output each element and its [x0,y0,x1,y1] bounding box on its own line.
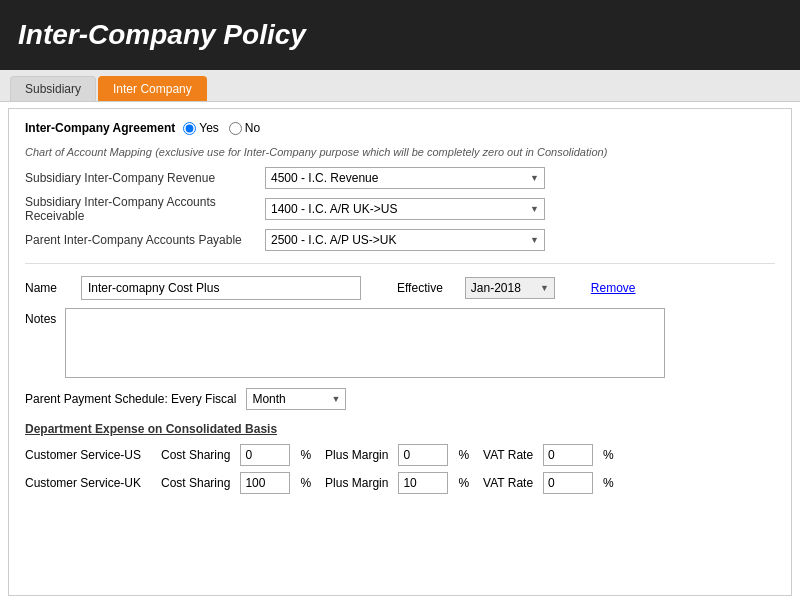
agreement-no-option[interactable]: No [229,121,260,135]
ar-select[interactable]: 1400 - I.C. A/R UK->US [265,198,545,220]
name-effective-row: Name Effective Jan-2018 Remove [25,276,775,300]
dept-us-margin-label: Plus Margin [325,448,388,462]
agreement-label: Inter-Company Agreement [25,121,175,135]
agreement-row: Inter-Company Agreement Yes No [25,121,775,135]
dept-us-margin-input[interactable] [398,444,448,466]
dept-us-vat-pct: % [603,448,614,462]
payment-schedule-select[interactable]: Month Quarter Year [246,388,346,410]
dept-uk-margin-label: Plus Margin [325,476,388,490]
dept-uk-margin-pct: % [458,476,469,490]
dept-us-cost-label: Cost Sharing [161,448,230,462]
dept-us-name: Customer Service-US [25,448,155,462]
main-content: Inter-Company Agreement Yes No Chart of … [8,108,792,596]
dept-row-uk: Customer Service-UK Cost Sharing % Plus … [25,472,775,494]
name-label: Name [25,281,65,295]
dept-us-cost-input[interactable] [240,444,290,466]
ar-field-row: Subsidiary Inter-Company Accounts Receiv… [25,195,775,223]
dept-uk-vat-input[interactable] [543,472,593,494]
dept-us-vat-input[interactable] [543,444,593,466]
ar-label: Subsidiary Inter-Company Accounts Receiv… [25,195,265,223]
notes-row: Notes [25,308,775,378]
dept-uk-vat-label: VAT Rate [483,476,533,490]
agreement-radio-group: Yes No [183,121,260,135]
payment-schedule-label: Parent Payment Schedule: Every Fiscal [25,392,236,406]
divider-1 [25,263,775,264]
name-input[interactable] [81,276,361,300]
notes-label: Notes [25,308,65,326]
revenue-field-row: Subsidiary Inter-Company Revenue 4500 - … [25,167,775,189]
chart-mapping-header: Chart of Account Mapping (exclusive use … [25,145,775,159]
dept-expense-header: Department Expense on Consolidated Basis [25,422,775,436]
agreement-yes-radio[interactable] [183,122,196,135]
chart-mapping-section: Chart of Account Mapping (exclusive use … [25,145,775,251]
revenue-select[interactable]: 4500 - I.C. Revenue [265,167,545,189]
dept-uk-cost-input[interactable] [240,472,290,494]
dept-uk-cost-label: Cost Sharing [161,476,230,490]
dept-uk-name: Customer Service-UK [25,476,155,490]
payment-select-wrapper: Month Quarter Year [246,388,346,410]
effective-select-wrapper: Jan-2018 [465,277,555,299]
dept-uk-vat-pct: % [603,476,614,490]
payment-schedule-row: Parent Payment Schedule: Every Fiscal Mo… [25,388,775,410]
dept-uk-cost-pct: % [300,476,311,490]
dept-us-vat-label: VAT Rate [483,448,533,462]
tabs-bar: Subsidiary Inter Company [0,70,800,102]
notes-textarea[interactable] [65,308,665,378]
agreement-no-label: No [245,121,260,135]
page-title: Inter-Company Policy [0,0,800,70]
tab-subsidiary[interactable]: Subsidiary [10,76,96,101]
dept-expense-section: Department Expense on Consolidated Basis… [25,422,775,494]
ap-select-wrapper: 2500 - I.C. A/P US->UK [265,229,545,251]
ar-select-wrapper: 1400 - I.C. A/R UK->US [265,198,545,220]
dept-uk-margin-input[interactable] [398,472,448,494]
revenue-select-wrapper: 4500 - I.C. Revenue [265,167,545,189]
dept-us-margin-pct: % [458,448,469,462]
revenue-label: Subsidiary Inter-Company Revenue [25,171,265,185]
ap-select[interactable]: 2500 - I.C. A/P US->UK [265,229,545,251]
effective-label: Effective [397,281,443,295]
agreement-yes-option[interactable]: Yes [183,121,219,135]
ap-label: Parent Inter-Company Accounts Payable [25,233,265,247]
ap-field-row: Parent Inter-Company Accounts Payable 25… [25,229,775,251]
tab-inter-company[interactable]: Inter Company [98,76,207,101]
remove-link[interactable]: Remove [591,281,636,295]
dept-us-cost-pct: % [300,448,311,462]
dept-row-us: Customer Service-US Cost Sharing % Plus … [25,444,775,466]
agreement-no-radio[interactable] [229,122,242,135]
agreement-yes-label: Yes [199,121,219,135]
effective-select[interactable]: Jan-2018 [465,277,555,299]
